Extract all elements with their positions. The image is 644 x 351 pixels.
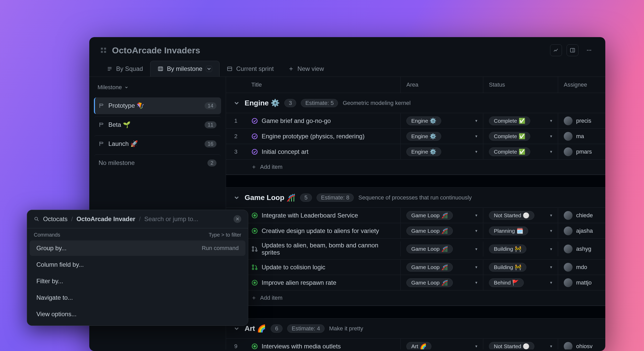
sidebar-item-label: Beta 🌱	[108, 121, 200, 128]
cell-area[interactable]: Engine ⚙️▾	[400, 113, 483, 128]
sidebar-item-beta[interactable]: Beta 🌱 11	[94, 116, 221, 133]
clear-button[interactable]: ✕	[234, 215, 241, 223]
cell-area[interactable]: Game Loop 🎢▾	[400, 260, 483, 275]
cell-area[interactable]: Game Loop 🎢▾	[400, 275, 483, 290]
sidebar-item-label: No milestone	[99, 159, 203, 166]
cell-title[interactable]: Update to colision logic	[246, 261, 400, 274]
col-assignee[interactable]: Assignee	[558, 77, 605, 93]
cell-title[interactable]: Engine prototype (physics, rendering)	[246, 130, 400, 143]
breadcrumb[interactable]: Octocats	[43, 215, 68, 223]
cell-title[interactable]: Game brief and go-no-go	[246, 114, 400, 128]
sidebar-heading[interactable]: Milestone	[94, 82, 221, 95]
tab-by-milestone[interactable]: By milestone	[150, 61, 220, 77]
cell-status[interactable]: Building 🚧▾	[483, 241, 558, 256]
palette-item[interactable]: Filter by...	[30, 273, 245, 289]
cell-title[interactable]: Creative design update to aliens for var…	[246, 224, 400, 238]
new-view-button[interactable]: New view	[281, 61, 331, 77]
palette-item[interactable]: Column field by...	[30, 257, 245, 272]
cell-assignee[interactable]: precis	[558, 113, 605, 128]
row-index: 2	[226, 133, 246, 140]
cell-status[interactable]: Complete ✅▾	[483, 113, 558, 128]
chevron-down-icon	[233, 325, 240, 332]
palette-item[interactable]: View options...	[30, 306, 245, 322]
table-row[interactable]: 9 Interviews with media outlets Art 🌈▾ N…	[226, 339, 605, 349]
cell-status[interactable]: Not Started ⚪▾	[483, 208, 558, 223]
table-header: Title Area Status Assignee	[226, 77, 605, 93]
col-area[interactable]: Area	[400, 77, 483, 93]
tab-label: By milestone	[167, 65, 202, 72]
cell-title[interactable]: Initial concept art	[246, 145, 400, 158]
breadcrumb[interactable]: OctoArcade Invader	[76, 215, 135, 223]
cell-assignee[interactable]: ashyg	[558, 241, 605, 256]
more-menu-button[interactable]	[583, 44, 595, 56]
row-index: 9	[226, 343, 246, 350]
palette-item[interactable]: Navigate to...	[30, 290, 245, 305]
tab-current-sprint[interactable]: Current sprint	[220, 61, 281, 77]
group-desc: Make it pretty	[329, 325, 363, 332]
add-item-button[interactable]: Add item	[226, 160, 605, 175]
table-row[interactable]: 5 Creative design update to aliens for v…	[226, 223, 605, 239]
row-index: 3	[226, 148, 246, 155]
milestone-icon	[99, 103, 104, 108]
group-estimate: Estimate: 4	[287, 324, 324, 333]
cell-area[interactable]: Game Loop 🎢▾	[400, 223, 483, 238]
sidebar-item-prototype[interactable]: Prototype 🪁 14	[94, 97, 221, 114]
sidebar-item-launch[interactable]: Launch 🚀 16	[94, 135, 221, 152]
tab-label: Current sprint	[236, 65, 273, 72]
palette-item[interactable]: Group by...Run command	[30, 240, 245, 256]
command-palette[interactable]: Octocats / OctoArcade Invader / ✕ Comman…	[27, 210, 248, 326]
cell-assignee[interactable]: ajasha	[558, 223, 605, 238]
svg-point-14	[252, 250, 254, 251]
col-status[interactable]: Status	[483, 77, 558, 93]
group-header[interactable]: Art 🌈 6 Estimate: 4 Make it pretty	[226, 319, 605, 339]
tab-label: By Squad	[116, 65, 143, 72]
table-row[interactable]: 2 Engine prototype (physics, rendering) …	[226, 129, 605, 144]
table-row[interactable]: 4 Integrate with Leaderboard Service Gam…	[226, 208, 605, 223]
table-row[interactable]: 6 Updates to alien, beam, bomb and canno…	[226, 239, 605, 260]
panel-toggle-button[interactable]	[567, 44, 578, 56]
sidebar-item-no-milestone[interactable]: No milestone 2	[94, 154, 221, 171]
cell-area[interactable]: Engine ⚙️▾	[400, 129, 483, 144]
cell-status[interactable]: Building 🚧▾	[483, 260, 558, 275]
cell-assignee[interactable]: ohiosv	[558, 339, 605, 350]
cell-assignee[interactable]: chiede	[558, 208, 605, 223]
svg-rect-4	[158, 67, 163, 71]
table-row[interactable]: 1 Game brief and go-no-go Engine ⚙️▾ Com…	[226, 113, 605, 129]
col-title[interactable]: Title	[246, 77, 400, 93]
cell-title[interactable]: Updates to alien, beam, bomb and cannon …	[246, 239, 400, 259]
plus-icon	[251, 295, 256, 300]
cell-status[interactable]: Planning 🗓️▾	[483, 223, 558, 238]
cell-status[interactable]: Not Started ⚪▾	[483, 339, 558, 350]
chevron-down-icon	[124, 85, 128, 89]
cell-status[interactable]: Complete ✅▾	[483, 144, 558, 159]
cell-assignee[interactable]: pmars	[558, 144, 605, 159]
svg-point-18	[256, 268, 257, 269]
table-row[interactable]: 7 Update to colision logic Game Loop 🎢▾ …	[226, 260, 605, 275]
cell-area[interactable]: Game Loop 🎢▾	[400, 208, 483, 223]
tab-by-squad[interactable]: By Squad	[100, 61, 150, 77]
tab-menu-caret[interactable]	[206, 66, 212, 72]
svg-point-2	[589, 50, 590, 51]
cell-title[interactable]: Interviews with media outlets	[246, 340, 400, 350]
add-item-button[interactable]: Add item	[226, 290, 605, 306]
group-estimate: Estimate: 5	[301, 99, 338, 107]
group-header[interactable]: Engine ⚙️ 3 Estimate: 5 Geometric modeli…	[226, 93, 605, 113]
group-header[interactable]: Game Loop 🎢 5 Estimate: 8 Sequence of pr…	[226, 188, 605, 208]
cell-status[interactable]: Complete ✅▾	[483, 129, 558, 144]
palette-input[interactable]	[144, 215, 230, 223]
cell-assignee[interactable]: mdo	[558, 260, 605, 275]
table-row[interactable]: 3 Initial concept art Engine ⚙️▾ Complet…	[226, 144, 605, 160]
cell-assignee[interactable]: mattjo	[558, 275, 605, 290]
svg-point-3	[590, 50, 591, 51]
cell-area[interactable]: Engine ⚙️▾	[400, 144, 483, 159]
sidebar-item-count: 16	[205, 140, 216, 147]
sidebar-item-label: Prototype 🪁	[108, 102, 200, 109]
cell-assignee[interactable]: ma	[558, 129, 605, 144]
cell-title[interactable]: Improve alien respawn rate	[246, 276, 400, 289]
cell-title[interactable]: Integrate with Leaderboard Service	[246, 209, 400, 222]
cell-area[interactable]: Art 🌈▾	[400, 339, 483, 350]
table-row[interactable]: 8 Improve alien respawn rate Game Loop 🎢…	[226, 275, 605, 290]
insights-button[interactable]	[550, 44, 562, 56]
cell-status[interactable]: Behind 🚩▾	[483, 275, 558, 290]
cell-area[interactable]: Game Loop 🎢▾	[400, 241, 483, 256]
